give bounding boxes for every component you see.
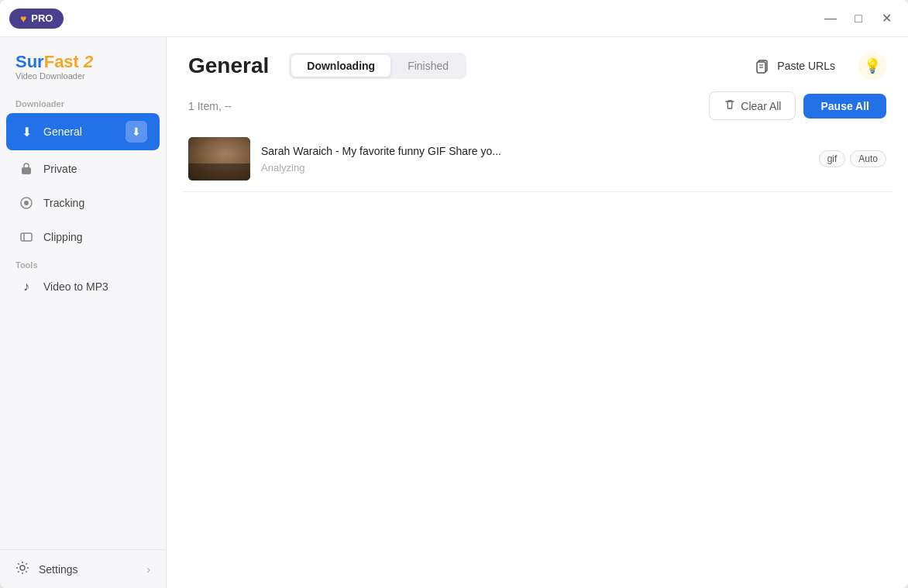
content-header: General Downloading Finished: [167, 37, 908, 81]
svg-point-2: [24, 201, 29, 205]
paste-url-button[interactable]: Paste URLs: [740, 51, 849, 81]
svg-rect-0: [22, 167, 31, 174]
minimize-button[interactable]: —: [818, 6, 843, 31]
content-area: General Downloading Finished: [167, 37, 908, 588]
settings-gear-icon: [15, 561, 29, 577]
tab-group: Downloading Finished: [289, 53, 466, 79]
sidebar-item-tracking[interactable]: Tracking: [6, 187, 160, 218]
settings-label: Settings: [39, 563, 78, 576]
sidebar-private-label: Private: [43, 163, 77, 175]
pro-badge[interactable]: ♥ PRO: [9, 9, 64, 29]
app-subtitle: Video Downloader: [15, 71, 150, 81]
app-window: ♥ PRO — □ ✕ SurFast 2 Video Downloader D…: [0, 0, 908, 588]
svg-point-5: [20, 566, 25, 570]
thumbnail: [188, 137, 250, 181]
sidebar-item-video-to-mp3[interactable]: ♪ Video to MP3: [6, 271, 160, 302]
light-bulb-button[interactable]: 💡: [858, 52, 886, 80]
item-tags: gif Auto: [819, 150, 886, 167]
pro-heart-icon: ♥: [20, 12, 26, 25]
sidebar-general-label: General: [43, 126, 82, 138]
settings-chevron-icon: ›: [146, 563, 150, 576]
header-actions: Paste URLs 💡: [740, 51, 886, 81]
trash-icon: [724, 98, 736, 113]
clear-all-label: Clear All: [741, 100, 781, 112]
paste-icon: [754, 57, 771, 74]
section-downloader-label: Downloader: [0, 95, 166, 112]
window-controls: — □ ✕: [818, 6, 899, 31]
paste-url-label: Paste URLs: [777, 60, 835, 72]
tab-finished[interactable]: Finished: [392, 55, 464, 77]
sidebar-tracking-label: Tracking: [43, 197, 84, 209]
item-status: Analyzing: [261, 162, 802, 174]
item-info: Sarah Waraich - My favorite funny GIF Sh…: [261, 145, 802, 174]
toolbar-row: 1 Item, -- Clear All Pause All: [167, 81, 908, 126]
pro-label: PRO: [31, 12, 53, 24]
maximize-button[interactable]: □: [846, 6, 871, 31]
tracking-icon: [19, 195, 34, 211]
pause-all-button[interactable]: Pause All: [803, 94, 886, 119]
music-icon: ♪: [19, 279, 34, 294]
download-list: Sarah Waraich - My favorite funny GIF Sh…: [167, 126, 908, 588]
sidebar: SurFast 2 Video Downloader Downloader ⬇ …: [0, 37, 167, 588]
tag-auto: Auto: [850, 150, 886, 167]
sidebar-item-general[interactable]: ⬇ General ⬇: [6, 113, 160, 150]
sidebar-item-private[interactable]: Private: [6, 153, 160, 184]
page-title: General: [188, 53, 269, 78]
item-title: Sarah Waraich - My favorite funny GIF Sh…: [261, 145, 802, 157]
clear-all-button[interactable]: Clear All: [709, 91, 796, 120]
general-download-icon: ⬇: [126, 121, 147, 143]
logo-area: SurFast 2 Video Downloader: [0, 37, 166, 95]
private-icon: [19, 161, 34, 177]
thumbnail-image: [188, 137, 250, 181]
close-button[interactable]: ✕: [874, 6, 899, 31]
general-icon: ⬇: [19, 124, 34, 139]
title-bar: ♥ PRO — □ ✕: [0, 0, 908, 37]
main-layout: SurFast 2 Video Downloader Downloader ⬇ …: [0, 37, 908, 588]
tab-downloading[interactable]: Downloading: [291, 55, 390, 77]
item-count: 1 Item, --: [188, 100, 709, 112]
bulb-icon: 💡: [864, 57, 881, 74]
sidebar-video-to-mp3-label: Video to MP3: [43, 280, 108, 293]
tag-gif: gif: [819, 150, 846, 167]
app-logo: SurFast 2: [15, 53, 150, 71]
sidebar-item-clipping[interactable]: Clipping: [6, 222, 160, 253]
sidebar-clipping-label: Clipping: [43, 231, 83, 243]
sidebar-item-settings[interactable]: Settings ›: [0, 549, 166, 588]
clipping-icon: [19, 229, 34, 245]
section-tools-label: Tools: [0, 254, 166, 270]
svg-rect-3: [21, 233, 32, 241]
table-row: Sarah Waraich - My favorite funny GIF Sh…: [182, 126, 893, 192]
